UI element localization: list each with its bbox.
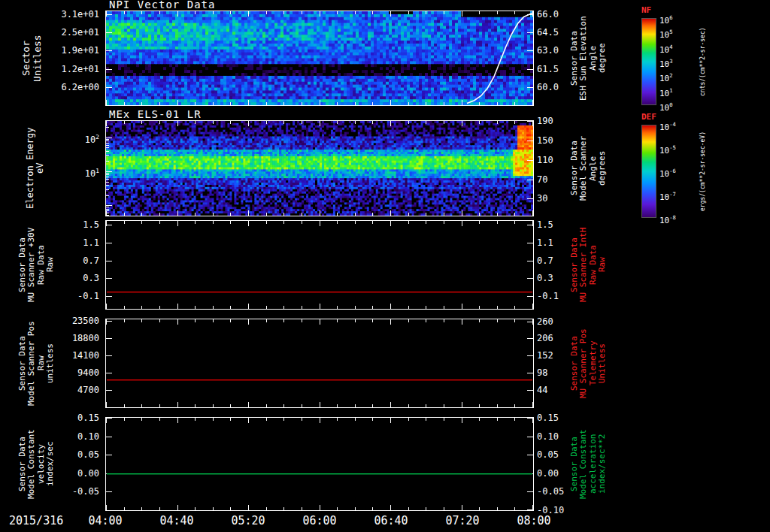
colorbar-tick-label: 10-5: [659, 143, 699, 153]
colorbar-title: DEF: [641, 112, 656, 122]
y-tick-label: 0.15: [54, 413, 99, 423]
right-axis-label: Sensor Data Model Scanner Angle degrees: [570, 120, 607, 216]
left-tick-labels: 3.1e+012.5e+011.9e+011.2e+016.2e+00: [54, 11, 99, 106]
y-tick-label: 61.5: [537, 64, 571, 74]
y-tick-label: 63.0: [537, 45, 571, 56]
y-tick-label: 0.10: [537, 431, 571, 442]
y-tick-label: 260: [537, 316, 571, 327]
y-tick-label: 0.7: [537, 255, 571, 266]
y-tick-label: 102: [54, 132, 99, 143]
right-tick-labels: 2602061529844: [537, 319, 571, 408]
line-plot-canvas: [106, 418, 533, 510]
y-tick-label: 0.7: [54, 255, 99, 266]
right-tick-labels: 66.064.563.061.560.0: [537, 11, 571, 106]
colorbar-title: NF: [641, 5, 651, 15]
y-tick-label: 14100: [54, 350, 99, 361]
y-tick-label: 0.3: [54, 273, 99, 283]
colorbar-tick-label: 105: [659, 27, 699, 38]
y-tick-label: 0.00: [537, 468, 571, 479]
y-tick-label: 66.0: [537, 9, 571, 20]
right-axis-label: Sensor Data MU Scanner IntH Raw Data Raw: [570, 220, 607, 310]
y-tick-label: -0.1: [537, 291, 571, 301]
right-axis-label: Sensor Data ESH Sun Elevation Angle degr…: [570, 11, 607, 106]
colorbar-nf: NF 106105104103102101100 cnts/(cm**2-sr-…: [641, 18, 769, 105]
colorbar-tick-label: 104: [659, 42, 699, 53]
y-tick-label: 18800: [54, 333, 99, 343]
y-tick-label: 152: [537, 350, 571, 361]
panel-model-constant-velocity: Sensor Data Model Constant velocity inde…: [0, 417, 770, 511]
y-tick-label: 110: [537, 155, 571, 165]
right-axis-label: Sensor Data Model Constant acceleration …: [570, 417, 607, 511]
y-tick-label: 23500: [54, 316, 99, 326]
y-tick-label: 64.5: [537, 27, 571, 38]
y-axis-label: Sensor Data MU Scanner +30V Raw Data Raw: [18, 220, 55, 310]
y-tick-label: 3.1e+01: [54, 9, 99, 20]
y-tick-label: 60.0: [537, 82, 571, 92]
colorbar-tick-label: 10-8: [659, 213, 699, 223]
y-tick-label: 1.5: [537, 219, 571, 230]
colorbar-tick-label: 100: [659, 100, 699, 110]
colorbar-tick-labels: 10-410-510-610-710-8: [659, 125, 699, 218]
y-tick-label: 0.10: [54, 431, 99, 442]
y-tick-label: 101: [54, 166, 99, 177]
x-tick-label: 07:20: [438, 514, 487, 527]
y-tick-label: 1.5: [54, 219, 99, 230]
colorbar-tick-label: 102: [659, 71, 699, 81]
y-axis-label: Sensor Data Model Scanner Pos Raw unitle…: [18, 319, 55, 408]
colorbar-gradient: [641, 125, 656, 218]
right-tick-labels: 1.51.10.70.3-0.1: [537, 220, 571, 310]
right-tick-labels: 0.150.100.050.00-0.05-0.10: [537, 417, 571, 511]
x-tick-label: 04:00: [81, 514, 129, 527]
x-tick-label: 05:20: [224, 514, 272, 527]
y-tick-label: 98: [537, 367, 571, 378]
plot-area: [105, 417, 534, 511]
y-tick-label: 1.1: [537, 237, 571, 248]
x-tick-label: 06:00: [296, 514, 344, 527]
y-tick-label: 1.9e+01: [54, 45, 99, 56]
spectrogram-canvas: [106, 121, 533, 216]
left-tick-labels: 1.51.10.70.3-0.1: [54, 220, 99, 310]
y-tick-label: 1.2e+01: [54, 64, 99, 74]
panel-title: NPI Vector Data: [109, 0, 215, 11]
colorbar-units-label: cnts/(cm**2-sr-sec): [700, 18, 707, 105]
y-axis-label: Sector Unitless: [21, 11, 43, 106]
panel-mu-scanner-30v: Sensor Data MU Scanner +30V Raw Data Raw…: [0, 220, 770, 310]
plot-area: [105, 120, 534, 216]
colorbar-units-label: ergs/(cm**2-sr-sec-eV): [700, 125, 707, 218]
y-axis-label: Sensor Data Model Constant velocity inde…: [18, 417, 55, 511]
x-tick-label: 08:00: [510, 514, 558, 527]
y-tick-label: 2.5e+01: [54, 27, 99, 38]
date-label: 2015/316: [9, 514, 63, 527]
plot-area: [105, 220, 534, 310]
y-tick-label: 0.00: [54, 468, 99, 479]
left-tick-labels: 23500188001410094004700: [54, 319, 99, 408]
colorbar-tick-label: 103: [659, 56, 699, 67]
y-tick-label: 0.15: [537, 413, 571, 423]
y-tick-label: -0.05: [537, 486, 571, 497]
panel-model-scanner-pos: Sensor Data Model Scanner Pos Raw unitle…: [0, 319, 770, 408]
colorbar-tick-labels: 106105104103102101100: [659, 18, 699, 105]
y-tick-label: 30: [537, 193, 571, 204]
app-root: NPI Vector Data Sector Unitless 3.1e+012…: [0, 0, 770, 532]
y-tick-label: 9400: [54, 367, 99, 378]
colorbar-gradient: [641, 18, 656, 105]
y-tick-label: 206: [537, 333, 571, 343]
y-tick-label: 0.3: [537, 273, 571, 283]
y-tick-label: 190: [537, 116, 571, 126]
x-tick-label: 06:40: [367, 514, 415, 527]
y-tick-label: 44: [537, 385, 571, 395]
colorbar-tick-label: 101: [659, 86, 699, 96]
line-plot-canvas: [106, 221, 533, 309]
colorbar-tick-label: 10-4: [659, 119, 699, 130]
x-tick-label: 04:40: [153, 514, 201, 527]
y-tick-label: -0.05: [54, 486, 99, 497]
y-axis-label: Electron Energy eV: [26, 120, 46, 216]
y-tick-label: 0.05: [54, 449, 99, 460]
y-tick-label: 70: [537, 174, 571, 185]
right-axis-label: Sensor Data MU Scanner Pos Telemetry Uni…: [570, 319, 607, 408]
colorbar-tick-label: 10-6: [659, 166, 699, 177]
colorbar-tick-label: 106: [659, 13, 699, 23]
y-tick-label: 1.1: [54, 237, 99, 248]
y-tick-label: 6.2e+00: [54, 82, 99, 92]
y-tick-label: 150: [537, 135, 571, 146]
